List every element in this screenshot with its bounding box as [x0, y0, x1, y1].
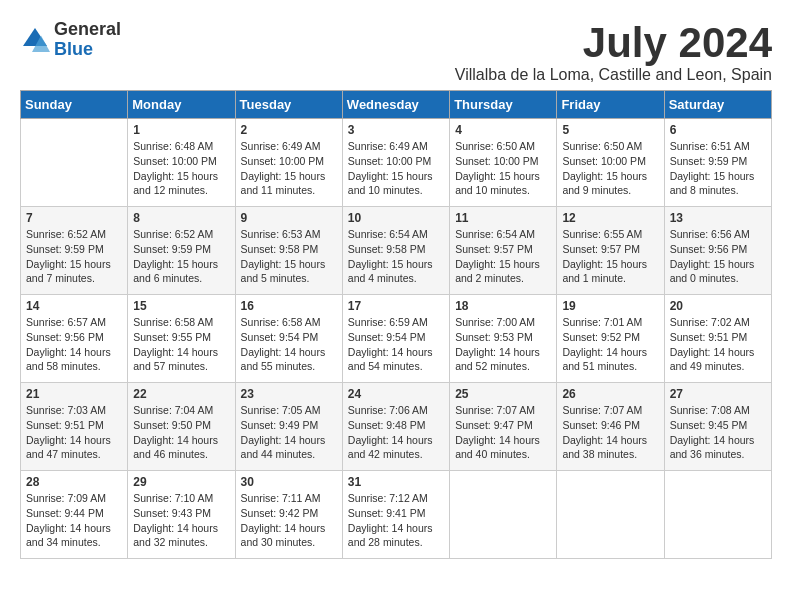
day-info: Sunrise: 6:54 AM Sunset: 9:58 PM Dayligh… [348, 227, 444, 286]
day-info: Sunrise: 7:05 AM Sunset: 9:49 PM Dayligh… [241, 403, 337, 462]
calendar-cell: 29Sunrise: 7:10 AM Sunset: 9:43 PM Dayli… [128, 471, 235, 559]
calendar-cell: 6Sunrise: 6:51 AM Sunset: 9:59 PM Daylig… [664, 119, 771, 207]
logo-blue: Blue [54, 40, 121, 60]
calendar-header-row: SundayMondayTuesdayWednesdayThursdayFrid… [21, 91, 772, 119]
day-number: 6 [670, 123, 766, 137]
calendar-cell: 30Sunrise: 7:11 AM Sunset: 9:42 PM Dayli… [235, 471, 342, 559]
day-number: 10 [348, 211, 444, 225]
day-number: 15 [133, 299, 229, 313]
day-number: 26 [562, 387, 658, 401]
logo-general: General [54, 20, 121, 40]
day-info: Sunrise: 6:49 AM Sunset: 10:00 PM Daylig… [348, 139, 444, 198]
day-info: Sunrise: 6:55 AM Sunset: 9:57 PM Dayligh… [562, 227, 658, 286]
day-info: Sunrise: 6:57 AM Sunset: 9:56 PM Dayligh… [26, 315, 122, 374]
day-info: Sunrise: 6:53 AM Sunset: 9:58 PM Dayligh… [241, 227, 337, 286]
day-number: 25 [455, 387, 551, 401]
calendar-cell: 19Sunrise: 7:01 AM Sunset: 9:52 PM Dayli… [557, 295, 664, 383]
calendar-cell: 5Sunrise: 6:50 AM Sunset: 10:00 PM Dayli… [557, 119, 664, 207]
calendar-cell: 10Sunrise: 6:54 AM Sunset: 9:58 PM Dayli… [342, 207, 449, 295]
calendar-cell: 15Sunrise: 6:58 AM Sunset: 9:55 PM Dayli… [128, 295, 235, 383]
day-info: Sunrise: 6:58 AM Sunset: 9:54 PM Dayligh… [241, 315, 337, 374]
month-title: July 2024 [455, 20, 772, 66]
calendar-cell: 4Sunrise: 6:50 AM Sunset: 10:00 PM Dayli… [450, 119, 557, 207]
day-header-monday: Monday [128, 91, 235, 119]
day-header-saturday: Saturday [664, 91, 771, 119]
day-info: Sunrise: 7:12 AM Sunset: 9:41 PM Dayligh… [348, 491, 444, 550]
day-number: 4 [455, 123, 551, 137]
day-number: 23 [241, 387, 337, 401]
calendar-cell: 11Sunrise: 6:54 AM Sunset: 9:57 PM Dayli… [450, 207, 557, 295]
day-header-wednesday: Wednesday [342, 91, 449, 119]
calendar-cell [21, 119, 128, 207]
calendar-week-row: 1Sunrise: 6:48 AM Sunset: 10:00 PM Dayli… [21, 119, 772, 207]
title-area: July 2024 Villalba de la Loma, Castille … [455, 20, 772, 84]
day-info: Sunrise: 7:09 AM Sunset: 9:44 PM Dayligh… [26, 491, 122, 550]
calendar-cell [450, 471, 557, 559]
day-info: Sunrise: 7:08 AM Sunset: 9:45 PM Dayligh… [670, 403, 766, 462]
day-info: Sunrise: 6:58 AM Sunset: 9:55 PM Dayligh… [133, 315, 229, 374]
calendar-cell [557, 471, 664, 559]
day-info: Sunrise: 6:50 AM Sunset: 10:00 PM Daylig… [562, 139, 658, 198]
calendar-body: 1Sunrise: 6:48 AM Sunset: 10:00 PM Dayli… [21, 119, 772, 559]
day-info: Sunrise: 7:00 AM Sunset: 9:53 PM Dayligh… [455, 315, 551, 374]
calendar-cell: 21Sunrise: 7:03 AM Sunset: 9:51 PM Dayli… [21, 383, 128, 471]
logo: General Blue [20, 20, 121, 60]
day-number: 8 [133, 211, 229, 225]
day-info: Sunrise: 6:59 AM Sunset: 9:54 PM Dayligh… [348, 315, 444, 374]
day-number: 16 [241, 299, 337, 313]
calendar-cell: 24Sunrise: 7:06 AM Sunset: 9:48 PM Dayli… [342, 383, 449, 471]
calendar-week-row: 28Sunrise: 7:09 AM Sunset: 9:44 PM Dayli… [21, 471, 772, 559]
day-header-sunday: Sunday [21, 91, 128, 119]
calendar-cell: 18Sunrise: 7:00 AM Sunset: 9:53 PM Dayli… [450, 295, 557, 383]
calendar-week-row: 7Sunrise: 6:52 AM Sunset: 9:59 PM Daylig… [21, 207, 772, 295]
day-info: Sunrise: 6:52 AM Sunset: 9:59 PM Dayligh… [26, 227, 122, 286]
calendar-cell: 23Sunrise: 7:05 AM Sunset: 9:49 PM Dayli… [235, 383, 342, 471]
logo-icon [20, 25, 50, 55]
calendar-cell: 31Sunrise: 7:12 AM Sunset: 9:41 PM Dayli… [342, 471, 449, 559]
day-number: 9 [241, 211, 337, 225]
day-header-friday: Friday [557, 91, 664, 119]
day-number: 1 [133, 123, 229, 137]
calendar-cell: 25Sunrise: 7:07 AM Sunset: 9:47 PM Dayli… [450, 383, 557, 471]
calendar-cell: 28Sunrise: 7:09 AM Sunset: 9:44 PM Dayli… [21, 471, 128, 559]
day-number: 17 [348, 299, 444, 313]
day-info: Sunrise: 7:06 AM Sunset: 9:48 PM Dayligh… [348, 403, 444, 462]
day-info: Sunrise: 7:07 AM Sunset: 9:46 PM Dayligh… [562, 403, 658, 462]
day-number: 19 [562, 299, 658, 313]
calendar-cell: 14Sunrise: 6:57 AM Sunset: 9:56 PM Dayli… [21, 295, 128, 383]
day-info: Sunrise: 6:52 AM Sunset: 9:59 PM Dayligh… [133, 227, 229, 286]
day-info: Sunrise: 7:01 AM Sunset: 9:52 PM Dayligh… [562, 315, 658, 374]
day-info: Sunrise: 6:54 AM Sunset: 9:57 PM Dayligh… [455, 227, 551, 286]
day-info: Sunrise: 7:10 AM Sunset: 9:43 PM Dayligh… [133, 491, 229, 550]
day-info: Sunrise: 7:04 AM Sunset: 9:50 PM Dayligh… [133, 403, 229, 462]
calendar-cell: 8Sunrise: 6:52 AM Sunset: 9:59 PM Daylig… [128, 207, 235, 295]
calendar-cell: 16Sunrise: 6:58 AM Sunset: 9:54 PM Dayli… [235, 295, 342, 383]
calendar-cell: 2Sunrise: 6:49 AM Sunset: 10:00 PM Dayli… [235, 119, 342, 207]
day-info: Sunrise: 7:03 AM Sunset: 9:51 PM Dayligh… [26, 403, 122, 462]
day-number: 11 [455, 211, 551, 225]
day-number: 24 [348, 387, 444, 401]
calendar-cell: 17Sunrise: 6:59 AM Sunset: 9:54 PM Dayli… [342, 295, 449, 383]
page-header: General Blue July 2024 Villalba de la Lo… [20, 20, 772, 84]
calendar-cell: 7Sunrise: 6:52 AM Sunset: 9:59 PM Daylig… [21, 207, 128, 295]
day-number: 22 [133, 387, 229, 401]
day-number: 14 [26, 299, 122, 313]
calendar-cell: 9Sunrise: 6:53 AM Sunset: 9:58 PM Daylig… [235, 207, 342, 295]
calendar-week-row: 21Sunrise: 7:03 AM Sunset: 9:51 PM Dayli… [21, 383, 772, 471]
calendar-table: SundayMondayTuesdayWednesdayThursdayFrid… [20, 90, 772, 559]
day-number: 21 [26, 387, 122, 401]
day-number: 7 [26, 211, 122, 225]
day-number: 20 [670, 299, 766, 313]
day-info: Sunrise: 6:49 AM Sunset: 10:00 PM Daylig… [241, 139, 337, 198]
day-number: 12 [562, 211, 658, 225]
day-info: Sunrise: 6:50 AM Sunset: 10:00 PM Daylig… [455, 139, 551, 198]
calendar-cell: 26Sunrise: 7:07 AM Sunset: 9:46 PM Dayli… [557, 383, 664, 471]
calendar-cell: 1Sunrise: 6:48 AM Sunset: 10:00 PM Dayli… [128, 119, 235, 207]
day-number: 2 [241, 123, 337, 137]
calendar-cell: 22Sunrise: 7:04 AM Sunset: 9:50 PM Dayli… [128, 383, 235, 471]
calendar-cell [664, 471, 771, 559]
day-number: 28 [26, 475, 122, 489]
day-info: Sunrise: 6:51 AM Sunset: 9:59 PM Dayligh… [670, 139, 766, 198]
day-number: 30 [241, 475, 337, 489]
logo-text: General Blue [54, 20, 121, 60]
